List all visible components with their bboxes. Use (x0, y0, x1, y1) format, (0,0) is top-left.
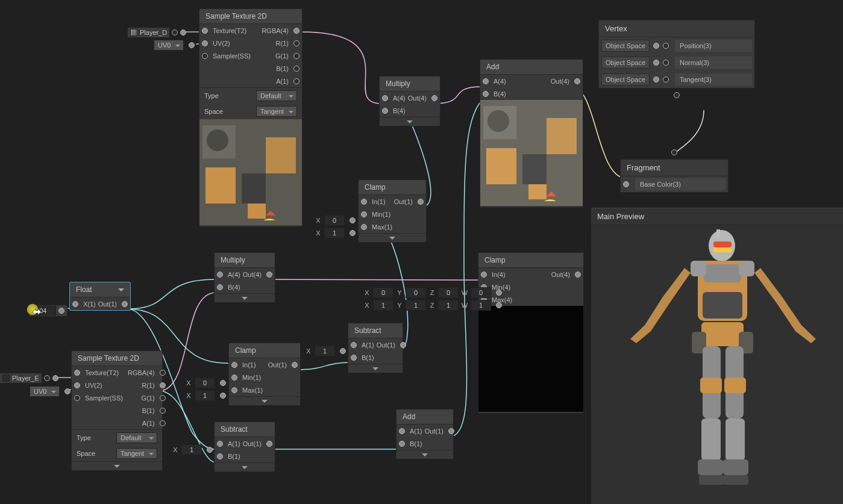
cursor-highlight (27, 303, 39, 316)
svg-rect-32 (725, 418, 745, 461)
collapse-toggle[interactable] (72, 461, 162, 470)
svg-rect-6 (248, 204, 266, 219)
collapse-toggle[interactable] (348, 364, 403, 373)
node-sample-texture-2d-1[interactable]: Sample Texture 2D Texture(T2) UV(2) Samp… (199, 8, 302, 227)
main-preview-title: Main Preview (591, 208, 843, 225)
node-preview-black (478, 306, 583, 413)
main-preview-model (627, 226, 819, 500)
texture-thumb-icon (130, 29, 137, 36)
uv-dropdown-1[interactable]: UV0 (154, 40, 195, 51)
type-dropdown[interactable]: Default (116, 432, 157, 443)
node-clamp-1[interactable]: Clamp In(1) Out(1) Min(1) Max(1) (358, 179, 427, 243)
clamp3-max-input[interactable]: X Y Z W (363, 300, 502, 311)
svg-rect-29 (700, 378, 722, 393)
subtract2-a-input[interactable]: X (172, 444, 213, 455)
svg-point-5 (207, 129, 228, 151)
space-dropdown[interactable]: Tangent (116, 448, 157, 459)
node-multiply-2[interactable]: Multiply A(4) Out(4) B(4) (214, 252, 275, 303)
node-title: Sample Texture 2D (199, 9, 302, 24)
svg-rect-3 (266, 137, 296, 173)
svg-rect-16 (713, 241, 732, 247)
node-multiply-1[interactable]: Multiply A(4) Out(4) B(4) (379, 76, 440, 126)
svg-rect-9 (522, 154, 547, 184)
fragment-master-node[interactable]: Fragment Base Color(3) (620, 149, 729, 193)
collapse-toggle[interactable] (396, 450, 453, 459)
svg-rect-1 (205, 167, 236, 204)
svg-rect-2 (242, 173, 266, 204)
vertex-master-node[interactable]: Vertex Object Space Position(3) Object S… (598, 20, 755, 98)
shader-graph-canvas[interactable]: Sample Texture 2D Texture(T2) UV(2) Samp… (0, 0, 843, 504)
node-subtract-1[interactable]: Subtract A(1) Out(1) B(1) (348, 323, 403, 373)
node-sample-texture-2d-2[interactable]: Sample Texture 2D Texture(T2) UV(2) Samp… (71, 350, 163, 471)
node-add-1[interactable]: Add A(4) Out(4) B(4) (480, 59, 583, 208)
collapse-toggle[interactable] (229, 396, 300, 405)
svg-rect-30 (724, 378, 746, 393)
svg-rect-34 (723, 459, 748, 475)
svg-rect-13 (528, 184, 547, 199)
svg-rect-33 (698, 459, 723, 475)
node-float[interactable]: Float X(1) Out(1) (69, 282, 131, 311)
svg-rect-23 (739, 261, 754, 276)
uv-dropdown-2[interactable]: UV0 (30, 386, 71, 397)
svg-rect-17 (713, 247, 732, 252)
svg-rect-36 (723, 475, 748, 485)
texture-preview (199, 119, 302, 226)
clamp3-min-input[interactable]: X Y Z W (363, 287, 502, 298)
node-preview (480, 100, 583, 207)
clamp1-min-input[interactable]: X (315, 215, 356, 226)
clamp2-min-input[interactable]: X (185, 378, 226, 388)
type-dropdown[interactable]: Default (256, 90, 297, 101)
fragment-top-port[interactable] (671, 149, 677, 155)
clamp2-max-input[interactable]: X (185, 390, 226, 401)
svg-rect-31 (701, 418, 721, 461)
texture-thumb-icon (2, 375, 10, 382)
space-dropdown[interactable]: Tangent (256, 106, 297, 117)
svg-rect-24 (701, 322, 744, 346)
svg-rect-20 (704, 264, 741, 282)
svg-rect-10 (547, 118, 577, 154)
svg-rect-14 (478, 306, 583, 412)
texture-input-player-d[interactable]: Player_D (128, 28, 186, 37)
float-type-dropdown[interactable] (118, 288, 124, 291)
svg-rect-8 (486, 148, 516, 184)
node-add-2[interactable]: Add A(1) Out(1) B(1) (396, 409, 454, 459)
node-subtract-2[interactable]: Subtract A(1) Out(1) B(1) (214, 422, 275, 472)
texture-input-player-e[interactable]: Player_E (0, 373, 58, 383)
svg-rect-35 (699, 475, 724, 485)
svg-rect-21 (703, 292, 742, 319)
svg-point-12 (487, 110, 509, 132)
svg-rect-18 (716, 229, 720, 238)
subtract1-a-input[interactable]: X (305, 346, 346, 356)
svg-rect-22 (691, 261, 706, 276)
collapse-toggle[interactable] (359, 233, 426, 242)
node-clamp-2[interactable]: Clamp In(1) Out(1) Min(1) Max(1) (228, 343, 301, 406)
collapse-toggle[interactable] (215, 462, 275, 471)
vertex-bottom-port[interactable] (674, 92, 680, 98)
collapse-toggle[interactable] (380, 117, 440, 126)
clamp1-max-input[interactable]: X (315, 228, 356, 238)
collapse-toggle[interactable] (215, 293, 275, 302)
node-clamp-3[interactable]: Clamp In(4) Out(4) Min(4) Max(4) (478, 252, 584, 414)
